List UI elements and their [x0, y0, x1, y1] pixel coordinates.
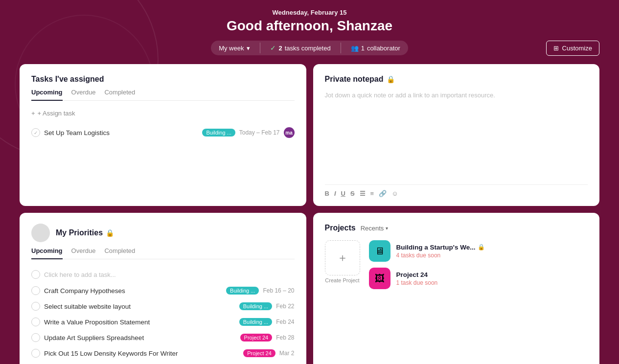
task-name: Update Art Suppliers Spreadsheet	[44, 334, 236, 341]
header: Wednesday, February 15 Good afternoon, S…	[0, 0, 619, 41]
list-item: Check Writer's Work Project 24 Mar 10	[31, 361, 295, 364]
task-date: Feb 24	[276, 318, 294, 325]
project-name: Project 24	[396, 271, 438, 278]
tab-overdue[interactable]: Overdue	[71, 89, 96, 101]
tasks-assigned-card: Tasks I've assigned Upcoming Overdue Com…	[20, 64, 306, 206]
tab-upcoming[interactable]: Upcoming	[31, 89, 63, 101]
plus-icon: ＋	[337, 250, 348, 265]
task-circle[interactable]	[31, 333, 40, 342]
add-task-placeholder[interactable]: Click here to add a task...	[31, 266, 295, 283]
task-circle[interactable]: ✓	[31, 128, 40, 137]
tab-completed[interactable]: Completed	[104, 89, 135, 101]
assign-task-button[interactable]: + + Assign task	[31, 108, 75, 119]
task-date: Today – Feb 17	[239, 129, 280, 136]
project-name-text: Building a Startup's We...	[396, 244, 476, 251]
project-due: 4 tasks due soon	[396, 252, 485, 259]
chevron-down-icon: ▾	[386, 226, 388, 231]
list-item: Update Art Suppliers Spreadsheet Project…	[31, 330, 295, 345]
main-grid: Tasks I've assigned Upcoming Overdue Com…	[0, 64, 619, 364]
project-info: Project 24 1 task due soon	[396, 271, 438, 286]
task-tag: Project 24	[243, 349, 275, 357]
unordered-list-button[interactable]: ☰	[360, 190, 366, 197]
task-date: Mar 2	[279, 350, 295, 357]
task-name: Write a Value Proposition Statement	[44, 318, 235, 326]
customize-button[interactable]: ⊞ Customize	[546, 41, 599, 56]
lock-icon: 🔒	[387, 75, 395, 83]
tasks-completed-label: tasks completed	[285, 45, 331, 52]
priorities-avatar	[31, 224, 50, 242]
list-item: Craft Company Hypotheses Building ... Fe…	[31, 283, 295, 298]
link-button[interactable]: 🔗	[379, 190, 387, 197]
task-circle[interactable]	[31, 349, 40, 358]
list-item: Select suitable website layout Building …	[31, 298, 295, 314]
priorities-card: My Priorities 🔒 Upcoming Overdue Complet…	[20, 213, 306, 364]
task-date: Feb 22	[276, 303, 294, 310]
my-week-label: My week	[219, 45, 244, 52]
create-project-wrapper: ＋ Create Project	[325, 240, 360, 283]
project-lock-icon: 🔒	[478, 244, 485, 250]
customize-label: Customize	[562, 45, 592, 52]
tab-priorities-upcoming[interactable]: Upcoming	[31, 247, 63, 259]
task-tag: Project 24	[240, 334, 273, 341]
projects-header: Projects Recents ▾	[325, 224, 588, 232]
people-icon: 👥	[351, 45, 359, 52]
task-name: Set Up Team Logistics	[44, 129, 198, 136]
priorities-title: My Priorities 🔒	[56, 228, 114, 237]
recents-button[interactable]: Recents ▾	[361, 225, 389, 232]
toolbar-inner: My week ▾ ✓ 2 tasks completed 👥 1 collab…	[211, 41, 408, 55]
header-date: Wednesday, February 15	[0, 9, 619, 16]
project-icon-project24: 🖼	[369, 268, 390, 289]
recents-label: Recents	[361, 225, 384, 232]
toolbar-divider	[260, 43, 260, 53]
toolbar-divider-2	[341, 43, 341, 53]
collaborator-label: collaborator	[367, 45, 400, 52]
add-task-circle	[31, 270, 40, 279]
project-due: 1 task due soon	[396, 279, 438, 286]
priorities-lock-icon: 🔒	[106, 229, 114, 237]
notepad-toolbar: B I U S ☰ ≡ 🔗 ☺	[325, 184, 588, 197]
avatar: ma	[284, 127, 295, 138]
project-info: Building a Startup's We... 🔒 4 tasks due…	[396, 244, 485, 259]
task-tag: Building ...	[239, 318, 272, 326]
assign-task-label: + Assign task	[38, 110, 75, 117]
emoji-button[interactable]: ☺	[391, 190, 398, 197]
task-tag: Building ...	[202, 129, 235, 136]
notepad-title: Private notepad 🔒	[325, 75, 588, 84]
task-name: Craft Company Hypotheses	[44, 287, 222, 295]
strikethrough-button[interactable]: S	[350, 190, 355, 197]
task-date: Feb 16 – 20	[263, 287, 294, 294]
list-item: Write a Value Proposition Statement Buil…	[31, 314, 295, 330]
project-list: 🖥 Building a Startup's We... 🔒 4 tasks d…	[369, 240, 485, 289]
header-greeting: Good afternoon, Shanzae	[0, 18, 619, 34]
underline-button[interactable]: U	[341, 190, 345, 197]
collaborator-count: 1	[361, 45, 365, 52]
create-project-label: Create Project	[325, 277, 359, 283]
ordered-list-button[interactable]: ≡	[370, 190, 374, 197]
tasks-completed: ✓ 2 tasks completed	[262, 41, 338, 55]
project-name: Building a Startup's We... 🔒	[396, 244, 485, 251]
priorities-title-text: My Priorities	[56, 228, 103, 237]
task-circle[interactable]	[31, 302, 40, 311]
project-icon-building: 🖥	[369, 240, 390, 262]
italic-button[interactable]: I	[334, 190, 336, 197]
project-name-text: Project 24	[396, 271, 428, 278]
chevron-down-icon: ▾	[247, 45, 250, 52]
notepad-card: Private notepad 🔒 Jot down a quick note …	[313, 64, 600, 206]
list-item: 🖼 Project 24 1 task due soon	[369, 268, 485, 289]
tab-priorities-completed[interactable]: Completed	[104, 247, 135, 259]
toolbar: My week ▾ ✓ 2 tasks completed 👥 1 collab…	[0, 41, 619, 55]
task-name: Select suitable website layout	[44, 303, 235, 310]
task-tag: Building ...	[226, 287, 259, 295]
task-circle[interactable]	[31, 318, 40, 326]
create-project-button[interactable]: ＋	[325, 240, 360, 275]
tasks-count: 2	[278, 45, 282, 52]
tab-priorities-overdue[interactable]: Overdue	[71, 247, 96, 259]
check-icon: ✓	[270, 44, 276, 52]
bold-button[interactable]: B	[325, 190, 329, 197]
task-circle[interactable]	[31, 286, 40, 295]
projects-title: Projects	[325, 224, 356, 232]
tasks-assigned-tabs: Upcoming Overdue Completed	[31, 89, 295, 101]
collaborator: 👥 1 collaborator	[343, 41, 408, 55]
tasks-assigned-title: Tasks I've assigned	[31, 75, 295, 84]
my-week-button[interactable]: My week ▾	[211, 41, 258, 55]
